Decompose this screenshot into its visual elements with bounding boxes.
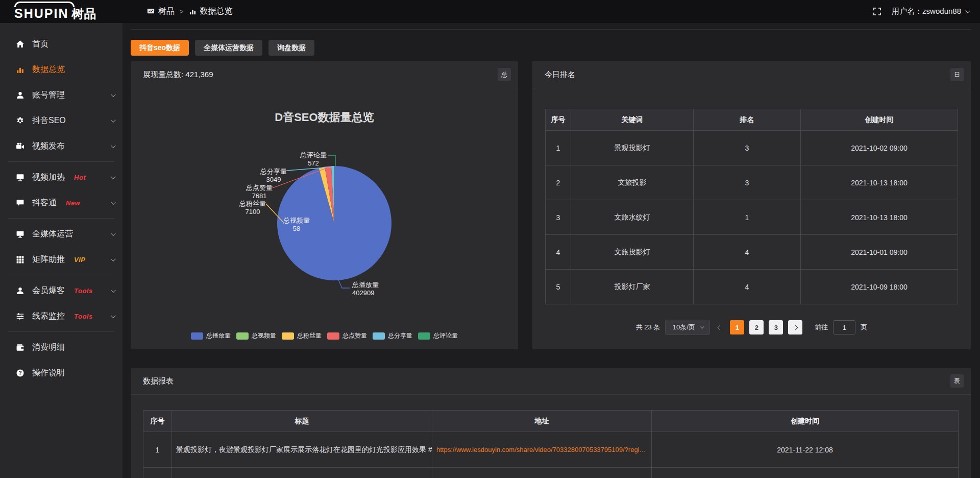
page-size-select[interactable]: 10条/页 [665,320,710,335]
cell-created: 2021-10-02 09:00 [801,131,958,165]
chevron-down-icon [111,256,116,261]
breadcrumb-root[interactable]: 树品 [158,6,175,17]
col-created: 创建时间 [652,411,959,432]
table-toggle-button[interactable]: 表 [950,374,964,388]
next-page-button[interactable] [788,320,802,334]
chat-icon [15,198,24,207]
pie-label-fans: 总粉丝量 7100 [239,200,266,216]
gear-icon [15,116,24,125]
hot-badge: Hot [74,174,86,181]
sidebar-item-video-publish[interactable]: 视频发布 [0,133,122,159]
sidebar-item-video-heat[interactable]: 视频加热 Hot [0,164,122,190]
chart-title: D音SEO数据量总览 [131,110,518,125]
sidebar-item-account[interactable]: 账号管理 [0,82,122,108]
tools-badge: Tools [74,287,93,295]
cell-keyword: 文旅投影灯 [571,235,694,270]
tab-douyin-seo-data[interactable]: 抖音seo数据 [131,40,189,56]
col-created: 创建时间 [801,109,958,131]
pagination-total: 共 23 条 [636,323,660,332]
cell-title: 景观投影灯，夜游景观投影灯厂家展示展示落花灯在花园里的灯光投影应用效果 # [172,432,432,468]
cell-title [172,468,432,478]
cell-created: 2021-11-22 12:08 [652,432,959,468]
legend-item-plays[interactable]: 总播放量 [191,331,231,340]
prev-page-button[interactable] [715,326,725,329]
bar-chart-icon [15,65,24,74]
sidebar-item-clue-monitor[interactable]: 线索监控 Tools [0,303,122,329]
fullscreen-icon[interactable] [873,7,881,16]
page-button-3[interactable]: 3 [769,320,783,334]
sidebar-item-home[interactable]: 首页 [0,31,122,57]
grid-icon [15,255,24,264]
pie-label-comments: 总评论量 572 [300,151,327,168]
legend-item-fans[interactable]: 总粉丝量 [282,331,322,340]
chevron-down-icon [965,8,970,13]
cell-created: 2021-10-13 18:00 [801,200,958,235]
cell-rank: 4 [694,235,801,270]
day-toggle-button[interactable]: 日 [950,68,964,81]
screen-icon [15,173,24,182]
svg-text:?: ? [18,370,21,375]
sidebar-item-matrix-boost[interactable]: 矩阵助推 VIP [0,247,122,272]
user-menu[interactable]: 用户名：zswodun88 [892,7,969,16]
table-row: 5 投影灯厂家 4 2021-10-09 18:00 [546,270,958,304]
board-icon [147,8,155,15]
table-row [143,468,959,478]
col-keyword: 关键词 [571,109,694,131]
legend-item-shares[interactable]: 总分享量 [373,331,412,340]
col-index: 序号 [546,109,571,131]
sidebar-item-consumption[interactable]: 消费明细 [0,334,122,360]
tab-media-operation-data[interactable]: 全媒体运营数据 [195,40,262,56]
page-button-1[interactable]: 1 [730,320,744,334]
username: 用户名：zswodun88 [892,7,961,16]
content-divider [131,29,971,30]
report-table: 序号 标题 地址 创建时间 1 景观投影灯，夜游景观投影灯厂家展示展示落花灯在花… [143,410,959,478]
sidebar-item-member-baoke[interactable]: 会员爆客 Tools [0,278,122,303]
pie-label-value: 3049 [260,176,287,184]
legend-item-likes[interactable]: 总点赞量 [327,331,367,340]
sidebar-item-label: 操作说明 [32,368,65,378]
sidebar-item-data-overview[interactable]: 数据总览 [0,57,122,82]
sidebar-item-label: 首页 [32,39,48,50]
vip-badge: VIP [74,256,85,264]
sidebar-item-label: 线索监控 [32,311,65,322]
breadcrumb-current[interactable]: 数据总览 [200,6,233,17]
page-button-2[interactable]: 2 [749,320,764,334]
goto-page-input[interactable] [833,320,855,334]
question-circle-icon: ? [15,368,24,377]
cell-rank: 4 [694,270,801,304]
legend-item-videos[interactable]: 总视频量 [236,331,276,340]
sidebar-divider [8,331,114,332]
chevron-left-icon [718,325,723,330]
legend-swatch [236,332,249,340]
overview-panel: 展现量总数: 421,369 总 D音SEO数据量总览 总评论量 572 总分享… [131,61,518,349]
sidebar-item-instructions[interactable]: ? 操作说明 [0,360,122,386]
pie-label-name: 总粉丝量 [239,200,266,208]
ranking-panel-header: 今日排名 日 [532,61,971,88]
sidebar-item-label: 会员爆客 [32,285,65,296]
table-row: 1 景观投影灯 3 2021-10-02 09:00 [546,131,958,165]
sidebar-item-label: 全媒体运营 [32,229,73,240]
pie-chart[interactable] [131,61,518,349]
chevron-down-icon [111,200,116,205]
sidebar-item-label: 抖客通 [32,198,57,208]
video-link[interactable]: https://www.iesdouyin.com/share/video/70… [432,432,652,468]
col-title: 标题 [172,411,432,432]
legend-swatch [282,332,294,340]
sidebar-item-label: 账号管理 [32,90,65,101]
legend-swatch [373,332,385,340]
cell-rank: 3 [694,131,801,165]
goto-suffix: 页 [861,323,867,332]
table-row: 1 景观投影灯，夜游景观投影灯厂家展示展示落花灯在花园里的灯光投影应用效果 # … [143,432,959,468]
sidebar-item-douyin-seo[interactable]: 抖音SEO [0,108,122,133]
sidebar-item-media-operation[interactable]: 全媒体运营 [0,221,122,247]
sidebar-item-doukotong[interactable]: 抖客通 New [0,190,122,216]
cell-keyword: 文旅投影 [571,165,694,200]
chevron-down-icon [700,324,704,328]
pie-label-value: 572 [300,159,327,168]
legend-item-comments[interactable]: 总评论量 [418,331,458,340]
new-badge: New [66,199,80,207]
report-table-wrap: 序号 标题 地址 创建时间 1 景观投影灯，夜游景观投影灯厂家展示展示落花灯在花… [131,395,971,478]
pie-label-videos: 总视频量 58 [283,217,310,233]
tab-inquiry-data[interactable]: 询盘数据 [268,40,314,56]
breadcrumb: 树品 > 数据总览 [147,0,233,23]
